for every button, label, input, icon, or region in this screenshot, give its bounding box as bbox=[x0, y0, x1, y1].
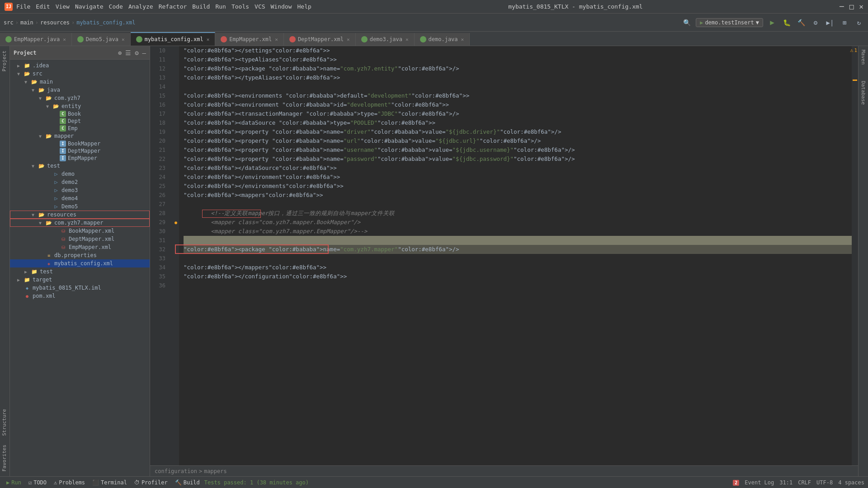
window-controls[interactable]: ─ □ ✕ bbox=[840, 2, 863, 11]
problems-button[interactable]: ⚠ Problems bbox=[51, 479, 88, 486]
tree-item-iml[interactable]: ◆ mybatis_0815_KTLX.iml bbox=[10, 284, 150, 292]
maven-tab[interactable]: Maven bbox=[859, 46, 868, 68]
run-status-button[interactable]: ▶ Run bbox=[4, 479, 24, 486]
tree-item-mybatis-config-xml[interactable]: ◈ mybatis_config.xml bbox=[10, 259, 150, 267]
tree-item-demo3[interactable]: ▷ demo3 bbox=[10, 186, 150, 194]
debug-button[interactable]: 🐛 bbox=[781, 17, 792, 28]
tab-close[interactable]: ✕ bbox=[207, 37, 210, 42]
tab-close[interactable]: ✕ bbox=[275, 37, 278, 42]
menu-view[interactable]: View bbox=[56, 3, 70, 10]
tab-demo-java[interactable]: demo.java ✕ bbox=[415, 33, 470, 46]
menu-refactor[interactable]: Refactor bbox=[159, 3, 187, 10]
tree-item-target[interactable]: ▶ 📁 target bbox=[10, 276, 150, 284]
run-icon: ▶ bbox=[6, 479, 9, 486]
arrow-icon: ▼ bbox=[39, 96, 45, 101]
menu-analyze[interactable]: Analyze bbox=[128, 3, 153, 10]
file-encoding[interactable]: UTF-8 bbox=[816, 479, 833, 486]
tree-item-book[interactable]: C Book bbox=[10, 110, 150, 117]
tree-item-deptmapper-xml[interactable]: ⛁ DeptMapper.xml bbox=[10, 235, 150, 243]
menu-navigate[interactable]: Navigate bbox=[75, 3, 104, 10]
event-log-button[interactable]: Event Log bbox=[745, 479, 774, 486]
settings-button[interactable]: ⚙ bbox=[810, 17, 821, 28]
tab-close[interactable]: ✕ bbox=[347, 37, 350, 42]
profiler-button[interactable]: ⏱ Profiler bbox=[132, 479, 170, 486]
code-editor[interactable]: 1011121314151617181920212223242526272829… bbox=[150, 46, 858, 465]
tree-item-com-yzh7[interactable]: ▼ 📂 com.yzh7 bbox=[10, 94, 150, 102]
run-config-selector[interactable]: ▶ demo.testInsert ▼ bbox=[696, 18, 763, 27]
tree-item-mapper[interactable]: ▼ 📂 mapper bbox=[10, 132, 150, 140]
tree-item-idea[interactable]: ▶ 📁 .idea bbox=[10, 61, 150, 70]
menu-build[interactable]: Build bbox=[192, 3, 210, 10]
code-content[interactable]: "color:#e8bf6a"></settings"color:#e8bf6a… bbox=[179, 46, 852, 465]
tab-icon bbox=[5, 36, 12, 42]
tab-deptmapper-xml[interactable]: DeptMapper.xml ✕ bbox=[284, 33, 356, 46]
tree-item-entity[interactable]: ▼ 📂 entity bbox=[10, 102, 150, 110]
tab-close[interactable]: ✕ bbox=[406, 37, 409, 42]
project-settings-button[interactable]: ⚙ bbox=[135, 49, 138, 56]
more-button[interactable]: ▶| bbox=[825, 17, 835, 28]
tree-item-pom-xml[interactable]: ● pom.xml bbox=[10, 292, 150, 300]
tree-item-bookmapper-xml[interactable]: ⛁ BookMapper.xml bbox=[10, 227, 150, 235]
tree-item-bookmapper[interactable]: I BookMapper bbox=[10, 140, 150, 147]
tree-item-test-top[interactable]: ▶ 📁 test bbox=[10, 267, 150, 276]
indent-size[interactable]: 4 spaces bbox=[838, 479, 864, 486]
tree-item-test-dir[interactable]: ▼ 📂 test bbox=[10, 162, 150, 170]
search-everywhere-button[interactable]: 🔍 bbox=[681, 17, 692, 28]
tab-demo3-java[interactable]: demo3.java ✕ bbox=[356, 33, 415, 46]
tree-item-emp[interactable]: C Emp bbox=[10, 125, 150, 132]
menu-file[interactable]: File bbox=[16, 3, 30, 10]
build-button[interactable]: 🔨 bbox=[796, 17, 807, 28]
menu-run[interactable]: Run bbox=[215, 3, 226, 10]
minimize-button[interactable]: ─ bbox=[840, 2, 844, 11]
tree-item-db-properties[interactable]: ≡ db.properties bbox=[10, 251, 150, 259]
update-button[interactable]: ↻ bbox=[854, 17, 864, 28]
tab-mybatis-config-xml[interactable]: mybatis_config.xml ✕ bbox=[131, 32, 216, 46]
tree-item-demo5[interactable]: ▷ Demo5 bbox=[10, 202, 150, 211]
tree-item-main[interactable]: ▼ 📂 main bbox=[10, 78, 150, 86]
menu-help[interactable]: Help bbox=[297, 3, 311, 10]
tab-close[interactable]: ✕ bbox=[122, 37, 125, 42]
maximize-button[interactable]: □ bbox=[849, 2, 854, 11]
code-line-20: "color:#e8bf6a"><property "color:#bababa… bbox=[184, 136, 852, 145]
tree-item-dept[interactable]: C Dept bbox=[10, 117, 150, 125]
tree-item-empmapper-xml[interactable]: ⛁ EmpMapper.xml bbox=[10, 243, 150, 251]
project-collapse-button[interactable]: ☰ bbox=[125, 49, 131, 56]
tab-demo5-java[interactable]: Demo5.java ✕ bbox=[72, 33, 131, 46]
tree-item-resources[interactable]: ▼ 📂 resources bbox=[10, 211, 150, 219]
tab-empmapper-xml[interactable]: EmpMapper.xml ✕ bbox=[215, 33, 284, 46]
tab-close[interactable]: ✕ bbox=[461, 37, 464, 42]
menu-edit[interactable]: Edit bbox=[36, 3, 50, 10]
toolbar-breadcrumb: src › main › resources › mybatis_config.… bbox=[4, 19, 135, 26]
line-endings[interactable]: CRLF bbox=[798, 479, 811, 486]
close-button[interactable]: ✕ bbox=[859, 2, 863, 11]
menu-window[interactable]: Window bbox=[271, 3, 292, 10]
menu-vcs[interactable]: VCS bbox=[255, 3, 265, 10]
tree-item-java[interactable]: ▼ 📂 java bbox=[10, 86, 150, 94]
tab-close[interactable]: ✕ bbox=[63, 37, 66, 42]
tree-item-com-yzh7-mapper[interactable]: ▼ 📂 com.yzh7.mapper bbox=[10, 219, 150, 227]
project-add-button[interactable]: ⊕ bbox=[118, 49, 122, 56]
tab-empmapper-java[interactable]: EmpMapper.java ✕ bbox=[0, 33, 72, 46]
tree-item-deptmapper[interactable]: I DeptMapper bbox=[10, 147, 150, 155]
menu-code[interactable]: Code bbox=[109, 3, 123, 10]
project-hide-button[interactable]: — bbox=[142, 49, 146, 56]
menu-bar[interactable]: File Edit View Navigate Code Analyze Ref… bbox=[16, 3, 311, 10]
terminal-button[interactable]: ⊞ bbox=[839, 17, 850, 28]
favorites-side-tab[interactable]: Favorites bbox=[0, 440, 9, 476]
tree-label: EmpMapper bbox=[68, 155, 97, 161]
menu-tools[interactable]: Tools bbox=[231, 3, 249, 10]
structure-side-tab[interactable]: Structure bbox=[0, 404, 9, 441]
run-config-arrow[interactable]: ▼ bbox=[756, 19, 759, 26]
terminal-button[interactable]: ⬛ Terminal bbox=[90, 479, 130, 486]
tree-item-src[interactable]: ▼ 📂 src bbox=[10, 70, 150, 78]
database-tab[interactable]: Database bbox=[859, 77, 868, 108]
project-side-tab[interactable]: Project bbox=[0, 46, 9, 76]
editor-tabs: EmpMapper.java ✕ Demo5.java ✕ mybatis_co… bbox=[0, 32, 868, 46]
tree-item-empmapper[interactable]: I EmpMapper bbox=[10, 155, 150, 162]
build-status-button[interactable]: 🔨 Build bbox=[172, 479, 203, 486]
tree-item-demo2[interactable]: ▷ demo2 bbox=[10, 178, 150, 186]
tree-item-demo4[interactable]: ▷ demo4 bbox=[10, 194, 150, 202]
tree-item-demo[interactable]: ▷ demo bbox=[10, 170, 150, 178]
todo-button[interactable]: ☑ TODO bbox=[26, 479, 49, 486]
run-button[interactable]: ▶ bbox=[767, 17, 778, 28]
